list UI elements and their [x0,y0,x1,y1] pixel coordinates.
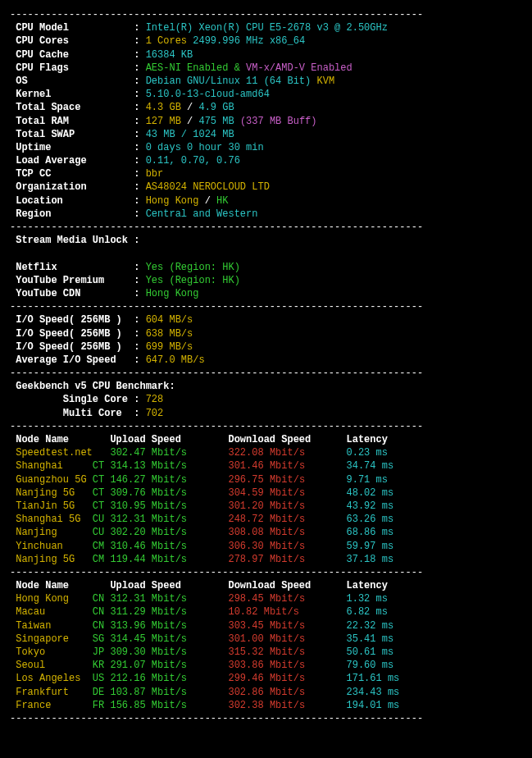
speedtest-row: Macau CN 311.29 Mbit/s 10.82 Mbit/s 6.82… [10,605,522,619]
download-speed: 278.97 Mbit/s [228,554,346,565]
node-name: Macau [16,606,93,618]
info-value: Debian GNU/Linux 11 (64 Bit) [146,75,311,87]
info-value: / [181,102,199,113]
download-speed: 301.00 Mbit/s [228,633,346,645]
node-name: Shanghai [16,460,93,472]
latency: 68.86 ms [347,527,394,538]
node-name: Hong Kong [16,593,93,605]
divider: ----------------------------------------… [10,712,522,725]
upload-speed: 310.46 Mbit/s [110,541,228,552]
upload-speed: 212.16 Mbit/s [110,673,228,684]
speedtest-row: Nanjing 5G CT 309.76 Mbit/s 304.59 Mbit/… [10,486,522,500]
geekbench-header: Geekbench v5 CPU Benchmark: [16,381,175,392]
node-cc: CM [93,541,111,552]
io-value: 638 MB/s [146,328,193,340]
info-value: (337 MB Buff) [234,116,317,127]
info-value: AS48024 NEROCLOUD LTD [146,181,270,193]
download-speed: 302.38 Mbit/s [228,700,346,711]
io-value: 699 MB/s [146,341,193,353]
terminal-output: ----------------------------------------… [10,8,522,725]
th-node: Node Name [16,580,110,591]
info-row: Total RAM : 127 MB / 475 MB (337 MB Buff… [10,115,522,128]
speedtest-row: Shanghai 5G CU 312.31 Mbit/s 248.72 Mbit… [10,513,522,526]
node-name: Tokyo [16,646,93,658]
stream-value: Hong Kong [146,288,199,299]
io-value: 604 MB/s [146,314,193,326]
io-row: I/O Speed( 256MB ) : 604 MB/s [10,313,522,326]
latency: 194.01 ms [347,700,400,711]
node-name: TianJin 5G [16,500,93,512]
download-speed: 301.46 Mbit/s [228,460,346,472]
node-name: Nanjing 5G [16,487,93,499]
speedtest-row: Seoul KR 291.07 Mbit/s 303.86 Mbit/s 79.… [10,659,522,672]
stream-label: YouTube CDN [16,288,134,299]
divider: ----------------------------------------… [10,221,522,234]
info-value: 0 days 0 hour 30 min [146,142,264,153]
io-label: I/O Speed( 256MB ) [16,314,134,326]
info-row: Location : Hong Kong / HK [10,194,522,208]
stream-value: Yes (Region: HK) [146,275,240,286]
info-value: Hong Kong [146,195,199,207]
info-row: Kernel : 5.10.0-13-cloud-amd64 [10,88,522,101]
stream-header: Stream Media Unlock [16,235,134,246]
info-label: Location [16,195,134,207]
info-value: 16384 KB [146,49,193,61]
node-name: Taiwan [16,620,93,632]
info-label: TCP CC [16,168,134,180]
info-row: CPU Cores : 1 Cores 2499.996 MHz x86_64 [10,34,522,48]
latency: 171.61 ms [347,673,400,684]
info-value: / [181,116,199,127]
download-speed: 298.45 Mbit/s [228,593,346,605]
geekbench-row: Multi Core : 702 [10,407,522,420]
th-upload: Upload Speed [110,580,228,591]
upload-speed: 146.27 Mbit/s [110,474,228,486]
upload-speed: 314.45 Mbit/s [110,633,228,645]
node-name: Shanghai 5G [16,514,93,525]
latency: 50.61 ms [347,646,394,658]
info-value: 127 MB [146,116,181,127]
node-name: Guangzhou 5G [16,474,93,486]
info-value: HK [216,195,228,207]
gb-label: Single Core [10,394,134,405]
divider: ----------------------------------------… [10,8,522,21]
node-cc: CN [93,593,111,605]
info-row: CPU Cache : 16384 KB [10,48,522,62]
info-label: CPU Flags [16,62,134,74]
latency: 63.26 ms [347,514,394,525]
divider: ----------------------------------------… [10,300,522,313]
speedtest-row: Nanjing 5G CM 119.44 Mbit/s 278.97 Mbit/… [10,553,522,566]
info-label: Kernel [16,89,134,100]
info-row: CPU Flags : AES-NI Enabled & VM-x/AMD-V … [10,62,522,75]
node-cc: CT [93,500,111,512]
node-cc: DE [93,687,111,698]
speedtest-row: Tokyo JP 309.30 Mbit/s 315.32 Mbit/s 50.… [10,646,522,659]
info-row: Organization : AS48024 NEROCLOUD LTD [10,180,522,194]
download-speed: 302.86 Mbit/s [228,687,346,698]
node-cc: JP [93,646,111,658]
stream-row: YouTube Premium : Yes (Region: HK) [10,274,522,287]
speedtest-row: Hong Kong CN 312.31 Mbit/s 298.45 Mbit/s… [10,592,522,605]
upload-speed: 312.31 Mbit/s [110,514,228,525]
th-upload: Upload Speed [110,434,228,445]
info-value: VM-x/AMD-V Enabled [246,62,352,74]
speedtest-row: Singapore SG 314.45 Mbit/s 301.00 Mbit/s… [10,632,522,646]
info-row: CPU Model : Intel(R) Xeon(R) CPU E5-2678… [10,21,522,34]
info-value: 1 Cores [146,35,187,47]
info-row: TCP CC : bbr [10,167,522,180]
download-speed: 304.59 Mbit/s [228,487,346,499]
download-speed: 10.82 Mbit/s [228,606,346,618]
node-cc: CU [93,514,111,525]
info-value: 475 MB [198,116,234,127]
info-row: Region : Central and Western [10,208,522,221]
upload-speed: 309.76 Mbit/s [110,487,228,499]
speedtest-row: France FR 156.85 Mbit/s 302.38 Mbit/s 19… [10,699,522,712]
node-name: Los Angeles [16,673,93,684]
node-cc [93,447,111,459]
info-label: Organization [16,181,134,193]
io-label: I/O Speed( 256MB ) [16,341,134,353]
upload-speed: 302.47 Mbit/s [110,447,228,459]
speedtest-header: Node Name Upload Speed Download Speed La… [10,433,522,446]
node-cc: CM [93,554,111,565]
info-label: Total Space [16,102,134,113]
info-value: Central and Western [146,208,258,220]
